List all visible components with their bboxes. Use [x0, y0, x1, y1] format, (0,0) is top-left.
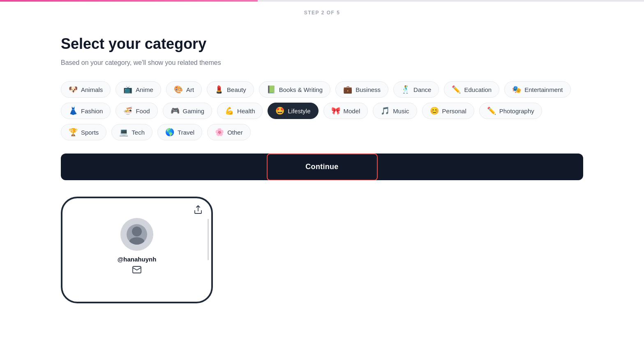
category-chip-anime[interactable]: 📺Anime [115, 81, 161, 98]
category-label-gaming: Gaming [183, 108, 205, 115]
main-content: Select your category Based on your categ… [0, 19, 644, 303]
category-chip-education[interactable]: ✏️Education [444, 81, 499, 98]
page-subtitle: Based on your category, we'll show you r… [61, 59, 583, 66]
category-chip-tech[interactable]: 💻Tech [111, 124, 152, 140]
category-emoji-education: ✏️ [452, 86, 461, 93]
category-emoji-books-writing: 📗 [267, 86, 276, 93]
category-chip-photography[interactable]: ✏️Photography [479, 103, 542, 119]
category-chip-dance[interactable]: 🕺Dance [393, 81, 439, 98]
category-emoji-gaming: 🎮 [171, 107, 180, 115]
category-chip-travel[interactable]: 🌎Travel [157, 124, 202, 140]
category-emoji-animals: 🐶 [69, 86, 78, 93]
progress-bar-fill [0, 0, 258, 2]
category-chip-business[interactable]: 💼Business [335, 81, 388, 98]
share-icon [193, 205, 203, 215]
progress-bar-container [0, 0, 644, 2]
category-label-personal: Personal [442, 108, 466, 115]
phone-mockup-container: @hanahuynh [61, 197, 583, 303]
category-emoji-fashion: 👗 [69, 107, 78, 115]
category-emoji-dance: 🕺 [401, 86, 410, 93]
category-label-sports: Sports [81, 129, 99, 136]
continue-button-wrapper: Continue [61, 154, 583, 180]
continue-button[interactable]: Continue [61, 154, 583, 180]
categories-container: 🐶Animals📺Anime🎨Art💄Beauty📗Books & Writin… [61, 81, 583, 140]
category-label-photography: Photography [499, 108, 534, 115]
category-chip-sports[interactable]: 🏆Sports [61, 124, 106, 140]
category-emoji-lifestyle: 🤩 [275, 107, 284, 115]
category-chip-personal[interactable]: 😊Personal [422, 103, 474, 119]
phone-top-bar [62, 198, 211, 218]
category-chip-food[interactable]: 🍜Food [115, 103, 157, 119]
category-emoji-beauty: 💄 [215, 86, 224, 93]
category-label-travel: Travel [178, 129, 194, 136]
category-label-food: Food [136, 108, 150, 115]
category-chip-music[interactable]: 🎵Music [373, 103, 417, 119]
category-label-dance: Dance [413, 86, 431, 93]
category-label-health: Health [237, 108, 255, 115]
avatar-head [132, 227, 142, 236]
step-indicator: STEP 2 OF 5 [0, 2, 644, 19]
category-label-other: Other [227, 129, 243, 136]
category-label-entertainment: Entertainment [524, 86, 563, 93]
category-label-fashion: Fashion [81, 108, 103, 115]
category-label-animals: Animals [81, 86, 103, 93]
category-chip-gaming[interactable]: 🎮Gaming [163, 103, 212, 119]
avatar-body [129, 237, 144, 245]
category-emoji-model: 🎀 [331, 107, 340, 115]
category-emoji-health: 💪 [225, 107, 234, 115]
category-emoji-business: 💼 [343, 86, 352, 93]
category-emoji-tech: 💻 [119, 128, 128, 136]
category-emoji-entertainment: 🎭 [512, 86, 521, 93]
category-chip-model[interactable]: 🎀Model [323, 103, 368, 119]
avatar-inner [127, 224, 147, 245]
mail-icon [132, 266, 141, 275]
category-label-books-writing: Books & Writing [279, 86, 323, 93]
phone-username: @hanahuynh [118, 256, 157, 263]
category-emoji-other: 🌸 [215, 128, 224, 136]
category-emoji-food: 🍜 [123, 107, 132, 115]
category-chip-lifestyle[interactable]: 🤩Lifestyle [268, 103, 318, 119]
category-label-lifestyle: Lifestyle [288, 108, 310, 115]
page-title: Select your category [61, 35, 583, 53]
category-label-beauty: Beauty [227, 86, 246, 93]
category-chip-entertainment[interactable]: 🎭Entertainment [504, 81, 570, 98]
category-chip-art[interactable]: 🎨Art [166, 81, 202, 98]
category-chip-animals[interactable]: 🐶Animals [61, 81, 111, 98]
category-chip-beauty[interactable]: 💄Beauty [207, 81, 254, 98]
category-emoji-travel: 🌎 [165, 128, 174, 136]
category-label-music: Music [393, 108, 409, 115]
phone-scrollbar [208, 219, 209, 260]
category-label-education: Education [464, 86, 492, 93]
category-label-model: Model [344, 108, 360, 115]
category-emoji-photography: ✏️ [487, 107, 496, 115]
category-chip-other[interactable]: 🌸Other [207, 124, 251, 140]
category-label-anime: Anime [136, 86, 153, 93]
category-label-tech: Tech [132, 129, 145, 136]
phone-mockup: @hanahuynh [61, 197, 213, 303]
category-emoji-personal: 😊 [430, 107, 439, 115]
category-emoji-art: 🎨 [174, 86, 183, 93]
category-label-art: Art [186, 86, 194, 93]
category-chip-books-writing[interactable]: 📗Books & Writing [259, 81, 330, 98]
category-label-business: Business [355, 86, 381, 93]
category-emoji-music: 🎵 [381, 107, 390, 115]
category-emoji-anime: 📺 [123, 86, 132, 93]
avatar [120, 218, 153, 251]
category-chip-health[interactable]: 💪Health [217, 103, 263, 119]
category-emoji-sports: 🏆 [69, 128, 78, 136]
category-chip-fashion[interactable]: 👗Fashion [61, 103, 111, 119]
